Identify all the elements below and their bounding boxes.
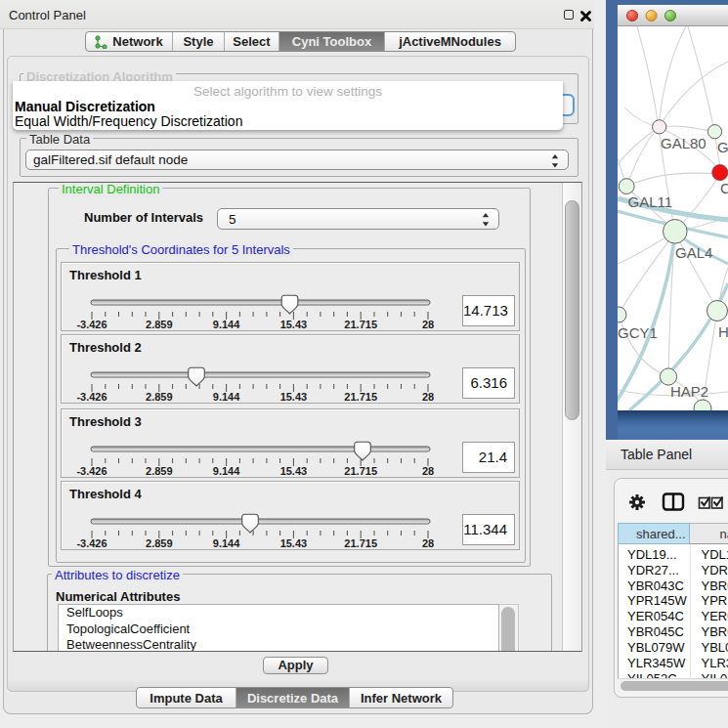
svg-text:2.859: 2.859 [146, 319, 173, 330]
svg-text:9.144: 9.144 [213, 319, 240, 330]
svg-text:21.715: 21.715 [344, 465, 377, 477]
svg-text:21.715: 21.715 [344, 537, 377, 549]
svg-text:GCY1: GCY1 [618, 324, 658, 341]
svg-text:15.43: 15.43 [280, 391, 308, 403]
svg-text:28: 28 [422, 537, 434, 549]
svg-text:28: 28 [422, 391, 434, 403]
svg-text:9.144: 9.144 [213, 537, 240, 549]
svg-text:GAL: GAL [717, 139, 728, 155]
svg-text:HAP2: HAP2 [670, 383, 708, 400]
svg-text:-3.426: -3.426 [76, 391, 107, 403]
svg-text:21.715: 21.715 [344, 391, 377, 403]
svg-text:28: 28 [422, 319, 434, 330]
svg-text:2.859: 2.859 [146, 465, 173, 477]
svg-text:GAL4: GAL4 [675, 244, 712, 261]
svg-text:CY: CY [720, 180, 728, 196]
svg-text:GAL80: GAL80 [661, 135, 707, 151]
svg-text:HI: HI [718, 323, 728, 340]
svg-text:-3.426: -3.426 [76, 465, 107, 477]
svg-text:-3.426: -3.426 [76, 537, 107, 549]
svg-text:15.43: 15.43 [280, 465, 308, 477]
svg-text:21.715: 21.715 [344, 319, 377, 330]
svg-text:15.43: 15.43 [280, 319, 308, 330]
svg-text:2.859: 2.859 [146, 537, 173, 549]
svg-text:GAL11: GAL11 [628, 193, 673, 210]
svg-text:9.144: 9.144 [213, 391, 240, 403]
svg-text:2.859: 2.859 [146, 391, 173, 403]
svg-text:9.144: 9.144 [213, 465, 240, 477]
svg-text:15.43: 15.43 [280, 537, 308, 549]
svg-text:-3.426: -3.426 [76, 319, 107, 330]
svg-text:28: 28 [422, 465, 434, 477]
